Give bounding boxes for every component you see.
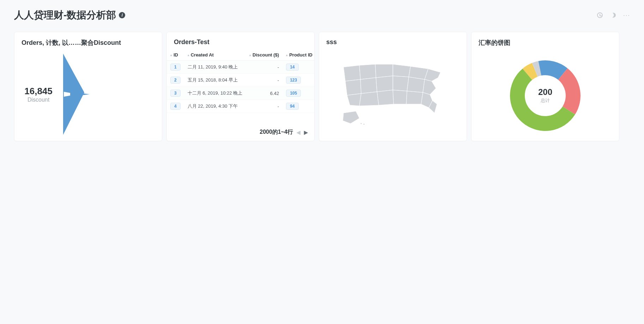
col-label: Discount ($) [253, 52, 279, 58]
more-icon[interactable]: ⋯ [624, 12, 630, 18]
table-row[interactable]: 2 五月 15, 2018, 8:04 早上 - 123 [167, 74, 314, 87]
orders-table: ▴ID ▴Created At ▴Discount ($) ▴Product I… [167, 49, 314, 113]
product-id-pill[interactable]: 123 [286, 77, 301, 84]
discount-label: Discount [21, 97, 56, 103]
id-pill[interactable]: 2 [170, 77, 181, 84]
cell-discount: - [246, 74, 282, 87]
discount-chart [56, 50, 156, 138]
header-actions: ⋯ [597, 12, 630, 18]
card-title: sss [319, 32, 467, 49]
discount-body: 16,845 Discount [14, 50, 162, 141]
id-pill[interactable]: 3 [170, 90, 181, 97]
cell-discount: 6.42 [246, 87, 282, 100]
col-discount[interactable]: ▴Discount ($) [246, 49, 282, 61]
night-mode-icon[interactable] [610, 12, 616, 18]
col-label: Product ID [289, 52, 312, 58]
card-orders-table[interactable]: Orders-Test ▴ID ▴Created At ▴Discount ($… [166, 32, 315, 141]
cell-created-at: 八月 22, 2019, 4:30 下午 [184, 100, 246, 113]
discount-readout: 16,845 Discount [21, 86, 56, 103]
cell-created-at: 二月 11, 2019, 9:40 晚上 [184, 61, 246, 74]
cell-created-at: 十二月 6, 2019, 10:22 晚上 [184, 87, 246, 100]
card-title: 汇率的饼图 [472, 32, 619, 50]
dashboard-header: 人人贷理财-数据分析部 i ⋯ [14, 8, 630, 22]
col-label: ID [174, 52, 178, 58]
product-id-pill[interactable]: 94 [286, 103, 298, 110]
table-row[interactable]: 1 二月 11, 2019, 9:40 晚上 - 14 [167, 61, 314, 74]
product-id-pill[interactable]: 14 [286, 64, 298, 71]
col-label: Created At [191, 52, 214, 58]
us-map [319, 49, 467, 141]
id-pill[interactable]: 4 [170, 103, 181, 110]
pagination-status: 2000的1~4行 [260, 128, 293, 136]
col-id[interactable]: ▴ID [167, 49, 184, 61]
cell-discount: - [246, 61, 282, 74]
donut-center: 200总计 [538, 87, 552, 103]
card-discount[interactable]: Orders, 计数, 以……聚合Discount 16,845 Discoun… [14, 32, 162, 141]
product-id-pill[interactable]: 105 [286, 90, 301, 97]
next-page-button[interactable]: ▶ [304, 130, 308, 135]
table-row[interactable]: 4 八月 22, 2019, 4:30 下午 - 94 [167, 100, 314, 113]
cell-created-at: 五月 15, 2018, 8:04 早上 [184, 74, 246, 87]
card-title: Orders, 计数, 以……聚合Discount [14, 32, 162, 50]
id-pill[interactable]: 1 [170, 64, 181, 71]
svg-point-6 [363, 124, 365, 125]
donut-chart: 200总计 [472, 50, 619, 141]
card-donut[interactable]: 汇率的饼图 200总计 [471, 32, 619, 141]
col-product-id[interactable]: ▴Product ID [282, 49, 314, 61]
col-created-at[interactable]: ▴Created At [184, 49, 246, 61]
card-map[interactable]: sss [319, 32, 467, 141]
card-title: Orders-Test [167, 32, 314, 49]
table-row[interactable]: 3 十二月 6, 2019, 10:22 晚上 6.42 105 [167, 87, 314, 100]
svg-point-5 [360, 123, 362, 124]
orders-table-wrap: ▴ID ▴Created At ▴Discount ($) ▴Product I… [167, 49, 314, 125]
dashboard-title: 人人贷理财-数据分析部 i [14, 8, 125, 22]
cell-discount: - [246, 100, 282, 113]
dashboard-title-text: 人人贷理财-数据分析部 [14, 8, 116, 22]
svg-text:总计: 总计 [540, 98, 550, 103]
info-icon[interactable]: i [119, 12, 125, 18]
table-footer: 2000的1~4行 ◀ ▶ [167, 125, 314, 141]
discount-value: 16,845 [21, 86, 56, 97]
prev-page-button[interactable]: ◀ [297, 130, 300, 135]
svg-text:200: 200 [538, 87, 552, 97]
clock-icon[interactable] [597, 12, 603, 18]
dashboard-grid: Orders, 计数, 以……聚合Discount 16,845 Discoun… [14, 32, 630, 141]
